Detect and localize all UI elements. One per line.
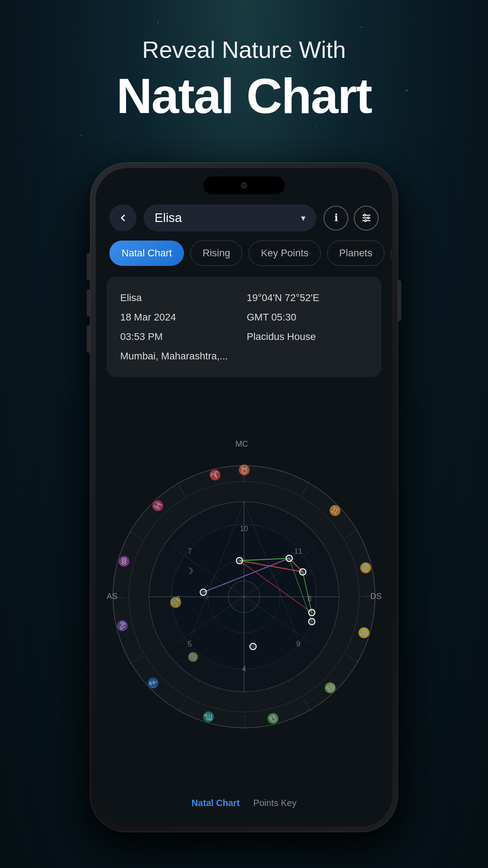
svg-point-3 — [364, 214, 366, 216]
info-button[interactable]: ℹ — [324, 206, 348, 231]
svg-text:11: 11 — [294, 547, 302, 555]
phone-outer-frame: Elisa ▾ ℹ — [90, 163, 398, 832]
phone-screen: Elisa ▾ ℹ — [96, 168, 392, 826]
coordinates: 19°04'N 72°52'E — [247, 290, 368, 305]
camera-dot — [241, 182, 247, 189]
svg-point-61 — [286, 555, 292, 561]
svg-point-63 — [200, 589, 206, 595]
tab-bar: Natal Chart Rising Key Points Planets H — [96, 241, 392, 266]
tab-h[interactable]: H — [391, 241, 392, 266]
page-tab-points-key[interactable]: Points Key — [253, 798, 297, 808]
svg-text:☽: ☽ — [185, 566, 193, 576]
svg-text:♏: ♏ — [202, 711, 215, 723]
phone-mockup: Elisa ▾ ℹ — [90, 163, 398, 832]
info-col-left: Elisa 18 Mar 2024 03:53 PM Mumbai, Mahar… — [120, 290, 241, 363]
house-system: Placidus House — [247, 329, 368, 344]
svg-point-64 — [309, 609, 315, 616]
dynamic-island — [203, 176, 285, 194]
header-icons: ℹ — [324, 206, 379, 231]
svg-text:7: 7 — [188, 547, 192, 555]
tab-rising[interactable]: Rising — [190, 241, 242, 266]
person-name: Elisa — [120, 290, 241, 305]
tab-key-points[interactable]: Key Points — [249, 241, 320, 266]
info-icon: ℹ — [334, 212, 338, 224]
settings-button[interactable] — [354, 206, 379, 231]
svg-point-60 — [236, 557, 243, 564]
gmt-offset: GMT 05:30 — [247, 310, 368, 325]
page-tab-natal-chart[interactable]: Natal Chart — [192, 798, 240, 808]
name-dropdown[interactable]: Elisa ▾ — [144, 204, 316, 231]
svg-text:5: 5 — [188, 640, 192, 648]
dropdown-arrow-icon: ▾ — [301, 212, 305, 223]
hero-title: Natal Chart — [0, 67, 488, 124]
svg-text:♉: ♉ — [238, 464, 251, 476]
birth-time: 03:53 PM — [120, 329, 241, 344]
selected-name: Elisa — [155, 211, 182, 225]
chart-area: MC AS DS — [96, 358, 392, 826]
birth-date: 18 Mar 2024 — [120, 310, 241, 325]
info-col-right: 19°04'N 72°52'E GMT 05:30 Placidus House — [247, 290, 368, 363]
svg-text:♌: ♌ — [358, 627, 370, 639]
natal-chart-svg: MC AS DS — [99, 434, 389, 750]
hero-subtitle: Reveal Nature With — [0, 36, 488, 63]
svg-text:9: 9 — [296, 640, 300, 648]
back-button[interactable] — [109, 204, 136, 231]
mc-label: MC — [235, 439, 248, 448]
svg-text:4: 4 — [242, 665, 246, 673]
svg-text:♌: ♌ — [169, 596, 182, 609]
svg-text:♍: ♍ — [188, 651, 199, 662]
svg-text:♒: ♒ — [118, 555, 130, 567]
tab-natal-chart[interactable]: Natal Chart — [109, 241, 184, 266]
hero-section: Reveal Nature With Natal Chart — [0, 36, 488, 124]
svg-point-4 — [367, 217, 369, 219]
svg-point-66 — [250, 643, 256, 650]
svg-point-5 — [365, 220, 366, 222]
svg-point-62 — [300, 569, 306, 575]
tab-planets[interactable]: Planets — [327, 241, 385, 266]
screen-content: Elisa ▾ ℹ — [96, 168, 392, 826]
page-indicator-tabs: Natal Chart Points Key — [96, 798, 392, 808]
svg-point-65 — [309, 618, 315, 625]
svg-text:10: 10 — [240, 525, 248, 533]
